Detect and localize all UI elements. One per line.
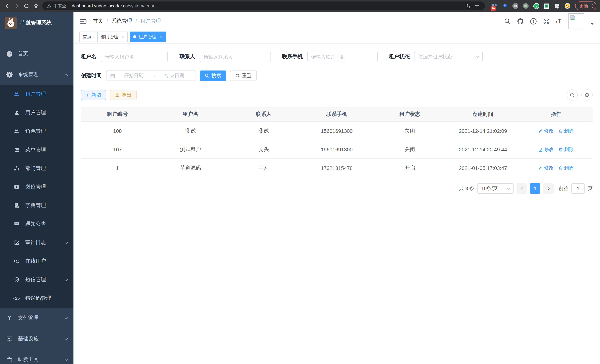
yuque-extension-icon[interactable]: y bbox=[533, 3, 539, 9]
edit-icon bbox=[538, 147, 543, 152]
sidebar-item-devtools[interactable]: 研发工具 bbox=[0, 349, 74, 364]
app-title: 芋道管理系统 bbox=[20, 20, 52, 26]
chevron-down-icon bbox=[64, 337, 68, 341]
sidebar-item-infra[interactable]: 基础设施 bbox=[0, 328, 74, 349]
status-select[interactable]: 请选择租户状态 bbox=[414, 52, 483, 62]
sidebar-menu: 首页 系统管理 租户管理 bbox=[0, 34, 74, 364]
sidebar-item-system[interactable]: 系统管理 bbox=[0, 64, 74, 85]
sidebar-item-tenant[interactable]: 租户管理 bbox=[0, 85, 74, 103]
screen: 不安全 dashboard.yudao.iocoder.cn/system/te… bbox=[0, 0, 600, 364]
font-size-icon[interactable]: TT bbox=[555, 18, 562, 24]
breadcrumb-item-system[interactable]: 系统管理 bbox=[111, 18, 132, 25]
next-page-button[interactable] bbox=[543, 183, 554, 194]
emoji-extension-icon[interactable] bbox=[564, 3, 571, 9]
add-button[interactable]: + 新增 bbox=[81, 90, 106, 100]
chevron-down-icon bbox=[64, 316, 68, 320]
sidebar-item-label: 部门管理 bbox=[25, 165, 68, 172]
bookmark-star-icon[interactable]: ☆ bbox=[474, 3, 480, 9]
cell-contact: 芋艿 bbox=[227, 159, 300, 177]
page-number-current[interactable]: 1 bbox=[530, 183, 540, 194]
sidebar-item-label: 支付管理 bbox=[18, 315, 59, 321]
add-button-label: 新增 bbox=[91, 92, 101, 98]
cell-actions: 修改删除 bbox=[519, 159, 593, 177]
sidebar-item-user[interactable]: 用户管理 bbox=[0, 103, 74, 122]
sidebar-item-role[interactable]: 角色管理 bbox=[0, 122, 74, 141]
browser-back-icon[interactable] bbox=[4, 3, 10, 9]
contact-input[interactable] bbox=[200, 52, 271, 62]
delete-link[interactable]: 删除 bbox=[558, 165, 574, 171]
share-icon[interactable] bbox=[464, 3, 471, 9]
sidebar-collapse-icon[interactable] bbox=[79, 18, 87, 25]
tab-close-icon[interactable]: × bbox=[159, 34, 162, 39]
reset-button[interactable]: 重置 bbox=[230, 71, 257, 81]
page-unit-label: 页 bbox=[588, 185, 593, 192]
browser-home-icon[interactable] bbox=[33, 3, 39, 9]
tab-dept[interactable]: 部门管理 × bbox=[97, 32, 128, 42]
chat-extension-icon[interactable] bbox=[544, 3, 550, 9]
tab-home[interactable]: 首页 bbox=[79, 32, 95, 42]
system-submenu: 租户管理 用户管理 角色管理 bbox=[0, 85, 74, 308]
sidebar-item-audit-log[interactable]: 审计日志 bbox=[0, 233, 74, 252]
sidebar-item-post[interactable]: 岗位管理 bbox=[0, 178, 74, 196]
yen-icon: ¥ bbox=[6, 315, 13, 321]
end-date-placeholder[interactable]: 结束日期 bbox=[157, 72, 192, 79]
prev-page-button[interactable] bbox=[516, 183, 527, 194]
help-icon[interactable]: ? bbox=[529, 18, 537, 25]
sidebar-item-errcode[interactable]: </> 错误码管理 bbox=[0, 289, 74, 308]
app-logo-row[interactable]: 芋道管理系统 bbox=[0, 12, 74, 34]
balloon-extension-icon[interactable] bbox=[502, 3, 508, 9]
tree-table-icon bbox=[14, 147, 20, 153]
fullscreen-icon[interactable] bbox=[543, 18, 550, 25]
delete-link[interactable]: 删除 bbox=[558, 146, 574, 153]
edit-link[interactable]: 修改 bbox=[538, 146, 554, 153]
start-date-placeholder[interactable]: 开始日期 bbox=[116, 72, 151, 79]
create-time-range-picker[interactable]: 开始日期 - 结束日期 bbox=[106, 71, 196, 81]
extension-badge-icon[interactable]: 10 bbox=[491, 3, 498, 9]
sidebar-item-sms[interactable]: 短信管理 bbox=[0, 271, 74, 289]
address-bar[interactable]: 不安全 dashboard.yudao.iocoder.cn/system/te… bbox=[42, 1, 485, 10]
browser-menu-icon[interactable] bbox=[592, 4, 593, 8]
browser-reload-icon[interactable] bbox=[23, 3, 30, 9]
cell-name: 测试 bbox=[154, 121, 227, 140]
delete-link[interactable]: 删除 bbox=[558, 127, 574, 134]
search-button[interactable]: 搜索 bbox=[200, 71, 226, 81]
record-extension-icon[interactable] bbox=[523, 3, 529, 9]
browser-forward-icon[interactable] bbox=[13, 3, 20, 9]
plus-icon: + bbox=[86, 92, 89, 98]
github-icon[interactable] bbox=[516, 18, 524, 25]
cell-id: 107 bbox=[81, 140, 154, 159]
avatar-dropdown-caret-icon[interactable] bbox=[590, 23, 594, 25]
contact-label: 联系人 bbox=[180, 53, 195, 60]
sidebar-item-pay[interactable]: ¥ 支付管理 bbox=[0, 308, 74, 328]
tab-tenant[interactable]: 租户管理 × bbox=[130, 32, 166, 42]
browser-update-button[interactable]: 更新 bbox=[575, 1, 596, 10]
sidebar-item-dict[interactable]: 字典管理 bbox=[0, 196, 74, 215]
edit-icon bbox=[538, 166, 543, 170]
toggle-search-button[interactable] bbox=[567, 89, 578, 101]
sidebar-item-notice[interactable]: 通知公告 bbox=[0, 215, 74, 233]
sidebar-item-home[interactable]: 首页 bbox=[0, 43, 74, 64]
edit-link[interactable]: 修改 bbox=[538, 165, 554, 171]
chevron-down-icon bbox=[64, 241, 68, 245]
goto-page-input[interactable] bbox=[572, 183, 585, 194]
sidebar-item-online-users[interactable]: 在线用户 bbox=[0, 252, 74, 271]
puzzle-extension-icon[interactable] bbox=[554, 3, 560, 9]
org-tree-icon bbox=[14, 166, 20, 171]
refresh-table-button[interactable] bbox=[581, 89, 593, 101]
breadcrumb-item-home[interactable]: 首页 bbox=[93, 18, 103, 25]
mobile-input[interactable] bbox=[307, 52, 378, 62]
header-search-icon[interactable] bbox=[504, 18, 511, 25]
chevron-down-icon bbox=[64, 278, 68, 282]
edit-link[interactable]: 修改 bbox=[538, 127, 554, 134]
page-size-select[interactable]: 10条/页 bbox=[477, 183, 514, 194]
command-extension-icon[interactable]: ⌘ bbox=[512, 3, 519, 9]
cell-actions: 修改删除 bbox=[519, 140, 593, 159]
avatar[interactable] bbox=[568, 13, 584, 29]
sidebar-item-dept[interactable]: 部门管理 bbox=[0, 159, 74, 178]
security-warning[interactable]: 不安全 bbox=[47, 3, 66, 9]
status-select-placeholder: 请选择租户状态 bbox=[418, 53, 452, 60]
sidebar-item-menu[interactable]: 菜单管理 bbox=[0, 141, 74, 159]
export-button[interactable]: 导出 bbox=[110, 90, 137, 100]
tenant-name-input[interactable] bbox=[101, 52, 168, 62]
tab-close-icon[interactable]: × bbox=[121, 34, 124, 39]
